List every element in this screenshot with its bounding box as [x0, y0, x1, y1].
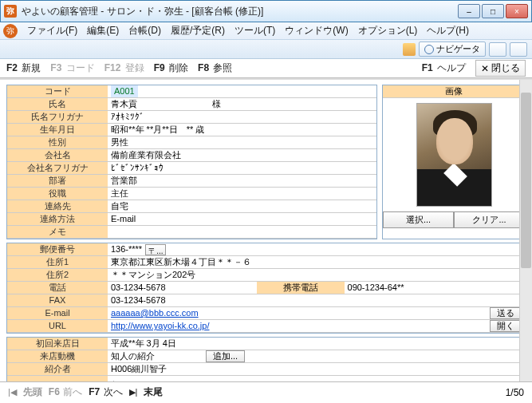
- function-key-bar: F2 新規 F3 コード F12 登録 F9 削除 F8 参照 F1 ヘルプ ✕…: [0, 59, 532, 78]
- value-title[interactable]: 主任: [108, 188, 376, 200]
- email-send-button[interactable]: 送る: [490, 307, 522, 319]
- f9-delete[interactable]: F9 削除: [154, 61, 188, 75]
- value-method[interactable]: E-mail: [108, 213, 376, 226]
- label-memo: メモ: [7, 226, 108, 239]
- value-fax[interactable]: 03-1234-5678: [108, 294, 525, 307]
- menu-file[interactable]: ファイル(F): [22, 22, 82, 39]
- menu-ledger[interactable]: 台帳(D): [124, 22, 166, 39]
- window-title: やよいの顧客管理 - サロン・ド・弥生 - [顧客台帳 (修正)]: [22, 5, 458, 18]
- url-open-button[interactable]: 開く: [490, 320, 522, 332]
- label-zip: 郵便番号: [7, 243, 108, 256]
- label-addr2: 住所2: [7, 269, 108, 282]
- label-referrer: 紹介者: [7, 363, 108, 376]
- customer-photo: [416, 103, 492, 207]
- value-company[interactable]: 備前産業有限会社: [108, 149, 376, 162]
- toolbar-icon[interactable]: [403, 43, 416, 56]
- value-name[interactable]: 青木貢様: [108, 98, 376, 111]
- value-birth[interactable]: 昭和**年 **月**日 ** 歳: [108, 124, 376, 136]
- navigator-button[interactable]: ナビゲータ: [419, 41, 486, 57]
- label-first: 初回来店日: [7, 338, 108, 350]
- menu-window[interactable]: ウィンドウ(W): [280, 22, 353, 39]
- menu-tool[interactable]: ツール(T): [230, 22, 280, 39]
- first-record-icon[interactable]: |◀: [8, 387, 17, 397]
- value-code[interactable]: A001: [108, 85, 376, 98]
- image-clear-button[interactable]: クリア...: [454, 211, 525, 228]
- label-code: コード: [7, 85, 108, 98]
- value-companykana[interactable]: ﾋﾞｾﾞﾝｻﾝｷﾞｮｳ: [108, 162, 376, 175]
- close-icon: ✕: [481, 63, 489, 74]
- label-method: 連絡方法: [7, 213, 108, 226]
- label-truncated: [7, 376, 108, 381]
- customer-basic-panel: コードA001 氏名青木貢様 氏名フリガナｱｵｷﾐﾂｸﾞ 生年月日昭和**年 *…: [6, 85, 377, 239]
- label-mobile: 携帯電話: [257, 282, 345, 294]
- value-zip[interactable]: 136-****〒...: [108, 243, 525, 256]
- content-area: コードA001 氏名青木貢様 氏名フリガナｱｵｷﾐﾂｸﾞ 生年月日昭和**年 *…: [0, 78, 532, 381]
- label-image: 画像: [383, 85, 525, 98]
- last-record-icon[interactable]: ▶|: [129, 387, 138, 397]
- maximize-button[interactable]: □: [482, 4, 504, 18]
- image-panel: 画像 選択... クリア...: [382, 85, 526, 239]
- f12-register: F12 登録: [104, 61, 144, 75]
- label-name: 氏名: [7, 98, 108, 111]
- close-panel-button[interactable]: ✕ 閉じる: [475, 60, 526, 77]
- first-record-label: 先頭: [23, 385, 42, 399]
- value-dept[interactable]: 営業部: [108, 175, 376, 188]
- label-contact: 連絡先: [7, 200, 108, 213]
- value-url[interactable]: http://www.yayoi-kk.co.jp/開く: [108, 320, 525, 333]
- menu-history[interactable]: 履歴/予定(R): [166, 22, 230, 39]
- close-button[interactable]: ×: [506, 4, 528, 18]
- f6-prev[interactable]: F6 前へ: [49, 385, 82, 399]
- label-email: E-mail: [7, 307, 108, 320]
- value-email[interactable]: aaaaaa@bbb.ccc.com送る: [108, 307, 525, 320]
- value-referrer[interactable]: H006細川智子: [108, 363, 525, 376]
- f2-new[interactable]: F2 新規: [6, 61, 41, 75]
- navigator-label: ナビゲータ: [436, 43, 480, 55]
- value-addr1[interactable]: 東京都江東区新木場４丁目＊＊－６: [108, 256, 525, 269]
- vertical-scrollbar[interactable]: [519, 80, 532, 381]
- f3-code: F3 コード: [50, 61, 94, 75]
- toolbar-tiny-1[interactable]: [489, 42, 506, 57]
- address-panel: 郵便番号136-****〒... 住所1東京都江東区新木場４丁目＊＊－６ 住所2…: [6, 243, 526, 334]
- value-tel[interactable]: 03-1234-5678携帯電話090-1234-64**: [108, 282, 525, 294]
- value-sex[interactable]: 男性: [108, 136, 376, 149]
- label-birth: 生年月日: [7, 124, 108, 136]
- minimize-button[interactable]: –: [458, 4, 480, 18]
- scrollbar-thumb[interactable]: [521, 93, 531, 268]
- label-url: URL: [7, 320, 108, 333]
- label-tel: 電話: [7, 282, 108, 294]
- toolbar: ナビゲータ: [0, 40, 532, 59]
- value-contact[interactable]: 自宅: [108, 200, 376, 213]
- menu-option[interactable]: オプション(L): [353, 22, 423, 39]
- toolbar-tiny-2[interactable]: [510, 42, 527, 57]
- value-kana[interactable]: ｱｵｷﾐﾂｸﾞ: [108, 111, 376, 124]
- f8-reference[interactable]: F8 参照: [198, 61, 232, 75]
- f7-next[interactable]: F7 次へ: [89, 385, 122, 399]
- app-menu-icon[interactable]: 弥: [3, 24, 18, 38]
- label-fax: FAX: [7, 294, 108, 307]
- motive-add-button[interactable]: 追加...: [206, 350, 245, 362]
- value-first[interactable]: 平成**年 3月 4日: [108, 338, 525, 350]
- menu-help[interactable]: ヘルプ(H): [422, 22, 474, 39]
- value-motive[interactable]: 知人の紹介追加...: [108, 350, 525, 363]
- label-motive: 来店動機: [7, 350, 108, 363]
- f1-help[interactable]: F1 ヘルプ: [422, 61, 466, 75]
- title-bar: 弥 やよいの顧客管理 - サロン・ド・弥生 - [顧客台帳 (修正)] – □ …: [0, 0, 532, 22]
- app-icon: 弥: [4, 5, 17, 18]
- navigator-icon: [424, 45, 434, 54]
- value-addr2[interactable]: ＊＊マンション202号: [108, 269, 525, 282]
- value-memo[interactable]: [108, 226, 376, 239]
- menu-bar: 弥 ファイル(F) 編集(E) 台帳(D) 履歴/予定(R) ツール(T) ウィ…: [0, 22, 532, 40]
- zip-lookup-button[interactable]: 〒...: [145, 244, 166, 255]
- last-record-label: 末尾: [144, 385, 163, 399]
- value-mobile[interactable]: 090-1234-64**: [348, 282, 404, 294]
- label-title: 役職: [7, 188, 108, 200]
- visit-panel: 初回来店日平成**年 3月 4日 来店動機知人の紹介追加... 紹介者H006細…: [6, 337, 526, 381]
- label-companykana: 会社名フリガナ: [7, 162, 108, 175]
- label-addr1: 住所1: [7, 256, 108, 269]
- image-box: [383, 98, 525, 211]
- value-truncated[interactable]: ←: [108, 376, 525, 381]
- label-sex: 性別: [7, 136, 108, 149]
- menu-edit[interactable]: 編集(E): [82, 22, 124, 39]
- label-company: 会社名: [7, 149, 108, 162]
- image-select-button[interactable]: 選択...: [383, 211, 454, 228]
